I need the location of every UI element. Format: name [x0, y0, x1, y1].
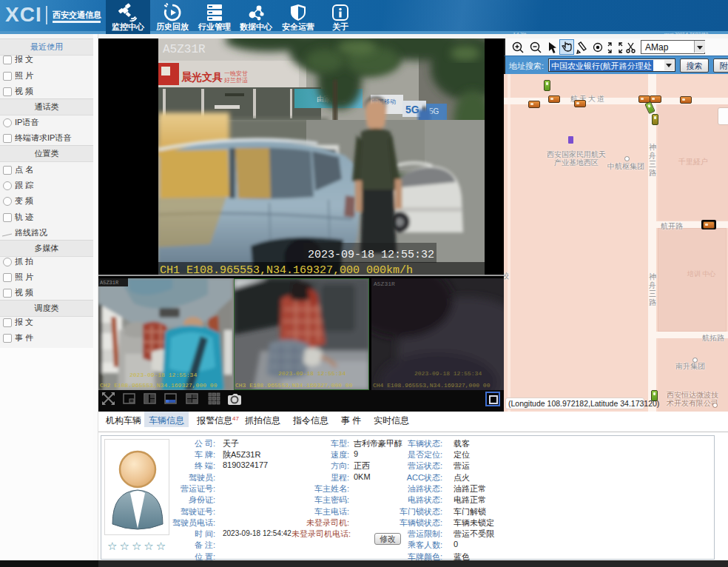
svg-text:2023-09-18 12:55:32: 2023-09-18 12:55:32 [308, 249, 434, 261]
svg-text:CH1 E108.965553,N34.169327,000: CH1 E108.965553,N34.169327,000 000km/h [160, 264, 413, 275]
svg-text:2023-09-18 12:55:34: 2023-09-18 12:55:34 [129, 372, 197, 378]
svg-text:A5Z31R: A5Z31R [163, 43, 206, 56]
svg-text:5G: 5G [429, 107, 439, 115]
svg-text:A5Z31R: A5Z31R [374, 281, 395, 287]
svg-text:晨光文具: 晨光文具 [181, 71, 223, 83]
svg-text:CH2 E108.965553,N34.169327,000: CH2 E108.965553,N34.169327,000 00 [100, 382, 218, 389]
svg-text:2023-09-18 12:55:34: 2023-09-18 12:55:34 [278, 370, 346, 377]
svg-text:2023-09-18 12:55:34: 2023-09-18 12:55:34 [414, 370, 482, 377]
svg-text:好兰舒适: 好兰舒适 [224, 77, 248, 84]
svg-text:CH4 E108.965553,N34.169327,000: CH4 E108.965553,N34.169327,000 00 [373, 382, 491, 389]
svg-text:A5Z31R: A5Z31R [100, 280, 119, 286]
svg-text:CH3 E108.965553,N34.169327,000: CH3 E108.965553,N34.169327,000 00 [235, 382, 353, 389]
svg-text:5G: 5G [405, 104, 419, 115]
svg-text:一晚安甘: 一晚安甘 [224, 70, 248, 77]
